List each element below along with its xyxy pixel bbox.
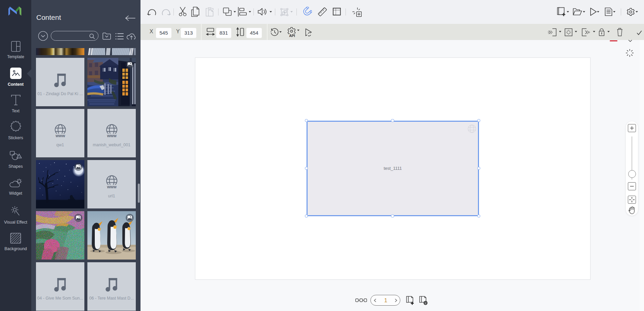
svg-text:API: API xyxy=(289,34,295,38)
svg-text:www: www xyxy=(107,133,117,138)
svg-text:www: www xyxy=(55,133,65,138)
svg-text:www: www xyxy=(107,185,117,189)
